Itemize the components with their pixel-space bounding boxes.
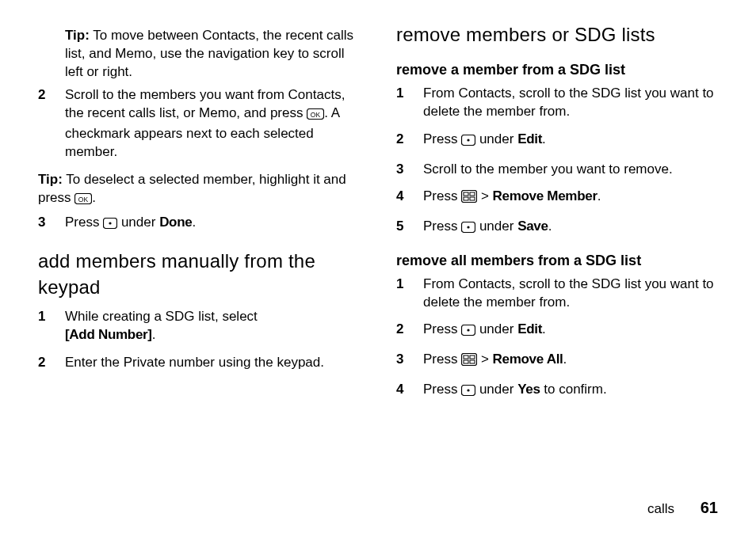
svg-text:OK: OK bbox=[311, 110, 321, 118]
step-1: 1 While creating a SDG list, select [Add… bbox=[38, 308, 360, 344]
steps-add-manual: 1 While creating a SDG list, select [Add… bbox=[38, 308, 360, 372]
step-1: 1 From Contacts, scroll to the SDG list … bbox=[396, 85, 718, 121]
heading-remove: remove members or SDG lists bbox=[396, 22, 718, 48]
step-number: 2 bbox=[396, 321, 423, 339]
softkey-icon bbox=[103, 216, 117, 234]
ok-key-icon: OK bbox=[307, 107, 324, 125]
svg-rect-18 bbox=[464, 355, 468, 359]
step-number: 4 bbox=[396, 381, 423, 399]
tip-move-contacts: Tip: To move between Contacts, the recen… bbox=[38, 27, 360, 82]
left-column: Tip: To move between Contacts, the recen… bbox=[38, 22, 360, 517]
step-body: Scroll to the members you want from Cont… bbox=[65, 86, 360, 162]
right-column: remove members or SDG lists remove a mem… bbox=[396, 22, 718, 517]
heading-add-manually: add members manually from the keypad bbox=[38, 249, 360, 300]
svg-point-23 bbox=[468, 390, 470, 392]
svg-rect-11 bbox=[464, 197, 468, 200]
step-1: 1 From Contacts, scroll to the SDG list … bbox=[396, 276, 718, 312]
step-number: 2 bbox=[396, 131, 423, 149]
step-4: 4 Press under Yes to confirm. bbox=[396, 381, 718, 401]
step-body: Scroll to the member you want to remove. bbox=[423, 161, 718, 179]
svg-point-14 bbox=[468, 226, 470, 229]
step-number: 2 bbox=[38, 86, 65, 105]
softkey-icon bbox=[461, 220, 475, 238]
step-body: Press > Remove Member. bbox=[423, 188, 718, 208]
step-3: 3 Press under Done. bbox=[38, 214, 360, 234]
svg-rect-19 bbox=[470, 355, 475, 359]
svg-rect-10 bbox=[470, 192, 475, 196]
step-body: From Contacts, scroll to the SDG list yo… bbox=[423, 85, 718, 121]
step-body: Enter the Private number using the keypa… bbox=[65, 354, 360, 372]
svg-point-7 bbox=[468, 139, 470, 141]
step-body: While creating a SDG list, select [Add N… bbox=[65, 308, 360, 344]
step-number: 3 bbox=[38, 214, 65, 232]
yes-label: Yes bbox=[517, 382, 540, 397]
heading-remove-all: remove all members from a SDG list bbox=[396, 251, 718, 270]
svg-rect-9 bbox=[464, 192, 468, 196]
step-body: Press under Done. bbox=[65, 214, 360, 234]
softkey-icon bbox=[461, 383, 475, 401]
steps-continue: 2 Scroll to the members you want from Co… bbox=[38, 86, 360, 162]
tip-label: Tip: bbox=[65, 28, 90, 43]
step-3: 3 Scroll to the member you want to remov… bbox=[396, 161, 718, 179]
step-number: 1 bbox=[396, 276, 423, 294]
step-number: 3 bbox=[396, 351, 423, 369]
manual-page: Tip: To move between Contacts, the recen… bbox=[0, 0, 756, 536]
step-number: 3 bbox=[396, 161, 423, 179]
tip-label: Tip: bbox=[38, 172, 63, 187]
svg-rect-12 bbox=[470, 197, 475, 200]
step-number: 1 bbox=[38, 308, 65, 326]
step-5: 5 Press under Save. bbox=[396, 218, 718, 238]
svg-point-5 bbox=[109, 222, 112, 225]
tip-text-b: . bbox=[92, 190, 96, 205]
step-2: 2 Enter the Private number using the key… bbox=[38, 354, 360, 372]
heading-remove-member: remove a member from a SDG list bbox=[396, 60, 718, 79]
step-number: 2 bbox=[38, 354, 65, 372]
steps-remove-member: 1 From Contacts, scroll to the SDG list … bbox=[396, 85, 718, 239]
steps-remove-all: 1 From Contacts, scroll to the SDG list … bbox=[396, 276, 718, 402]
softkey-icon bbox=[461, 133, 475, 151]
svg-rect-21 bbox=[470, 360, 475, 363]
softkey-icon bbox=[461, 323, 475, 341]
svg-text:OK: OK bbox=[78, 195, 89, 203]
step-body: Press under Save. bbox=[423, 218, 718, 238]
step-2: 2 Press under Edit. bbox=[396, 131, 718, 151]
step-3: 3 Press > Remove All. bbox=[396, 351, 718, 371]
page-number: 61 bbox=[701, 499, 718, 516]
menu-key-icon bbox=[461, 353, 477, 371]
step-number: 5 bbox=[396, 218, 423, 236]
svg-point-16 bbox=[468, 329, 470, 332]
step-2: 2 Press under Edit. bbox=[396, 321, 718, 341]
footer-section: calls bbox=[647, 501, 674, 516]
edit-label: Edit bbox=[517, 131, 542, 146]
remove-all-label: Remove All bbox=[493, 352, 563, 367]
ok-key-icon: OK bbox=[74, 192, 92, 210]
step-body: Press under Edit. bbox=[423, 321, 718, 341]
svg-rect-20 bbox=[464, 360, 468, 363]
menu-key-icon bbox=[461, 190, 477, 208]
done-label: Done bbox=[159, 215, 192, 230]
steps-done: 3 Press under Done. bbox=[38, 214, 360, 234]
save-label: Save bbox=[517, 219, 548, 234]
step-body: Press under Edit. bbox=[423, 131, 718, 151]
tip-text: To move between Contacts, the recent cal… bbox=[65, 28, 353, 79]
tip-deselect: Tip: To deselect a selected member, high… bbox=[38, 171, 360, 210]
step-2: 2 Scroll to the members you want from Co… bbox=[38, 86, 360, 162]
page-footer: calls 61 bbox=[647, 497, 718, 519]
edit-label: Edit bbox=[517, 321, 542, 336]
add-number-label: [Add Number] bbox=[65, 327, 152, 342]
step-number: 1 bbox=[396, 85, 423, 103]
step-number: 4 bbox=[396, 188, 423, 206]
remove-member-label: Remove Member bbox=[493, 188, 598, 203]
step-body: Press > Remove All. bbox=[423, 351, 718, 371]
step-body: From Contacts, scroll to the SDG list yo… bbox=[423, 276, 718, 312]
columns: Tip: To move between Contacts, the recen… bbox=[38, 22, 718, 517]
step-4: 4 Press > Remove Member. bbox=[396, 188, 718, 208]
step-body: Press under Yes to confirm. bbox=[423, 381, 718, 401]
